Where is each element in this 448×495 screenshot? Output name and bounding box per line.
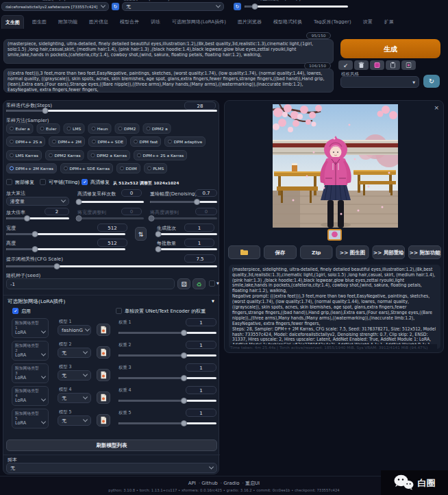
tab[interactable]: 模型合并 (116, 15, 142, 29)
checkpoint-dropdown[interactable]: dalceforealistictallyv2.safetensors [733… (1, 2, 109, 11)
swap-dimensions-button[interactable]: ⇅ (135, 227, 147, 241)
lora-weight-slider[interactable] (119, 377, 216, 379)
clear-prompt-button[interactable] (354, 60, 369, 70)
hires-fix-checkbox[interactable]: 高清修复 (82, 179, 110, 185)
tab[interactable]: 设置 (360, 15, 376, 29)
footer-link[interactable]: API (188, 480, 196, 486)
height-slider[interactable] (6, 248, 125, 250)
hires-steps-slider[interactable] (77, 201, 144, 203)
batch-count-value[interactable]: 1 (184, 224, 214, 232)
paste-params-button[interactable]: ↙ (338, 60, 353, 70)
lora-file-button[interactable] (97, 346, 110, 359)
lora-model-dropdown[interactable]: 无 (58, 415, 91, 426)
random-seed-button[interactable]: ⚄ (177, 278, 190, 289)
sampler-option[interactable]: Heun (88, 123, 111, 134)
generated-image[interactable] (273, 104, 398, 228)
lora-type-dropdown[interactable]: 附加网络类型 2 LoRA (12, 341, 49, 361)
lora-weight-slider[interactable] (119, 400, 216, 402)
lora-weight-value[interactable]: 1 (186, 409, 216, 417)
denoise-slider[interactable] (150, 201, 217, 203)
refresh-models-button[interactable]: 刷新模型列表 (6, 439, 217, 451)
sampler-option[interactable]: DPM2 (115, 123, 140, 134)
sampler-option[interactable]: DPM2 a (142, 123, 171, 134)
lora-model-dropdown[interactable]: 无 (58, 393, 91, 403)
tab[interactable]: 训练 (147, 15, 164, 29)
lora-weight-value[interactable]: 1 (186, 386, 216, 394)
lora-type-dropdown[interactable]: 附加网络类型 5 LoRA (12, 409, 49, 428)
lora-header[interactable]: 可选附加网络(LoRA插件) (8, 298, 66, 305)
sampler-option[interactable]: DDIM (116, 163, 140, 173)
gallery-action-button[interactable]: 保存 (264, 245, 297, 259)
footer-link[interactable]: 重启UI (242, 480, 260, 486)
sampler-option[interactable]: DPM2 a Karras (88, 150, 130, 160)
tiling-checkbox[interactable]: 可平铺(Tiling) (40, 179, 79, 185)
lora-weight-slider[interactable] (119, 332, 216, 334)
sampler-option[interactable]: DPM++ SDE Karras (60, 163, 113, 173)
gallery-action-button[interactable]: >> 附加功能 (408, 245, 441, 259)
tab[interactable]: 附加功能 (55, 15, 81, 29)
sampler-option[interactable]: DPM++ 2S a (6, 136, 45, 147)
lora-file-button[interactable] (97, 324, 110, 336)
open-folder-button[interactable] (228, 245, 260, 259)
extra-networks-button[interactable] (370, 60, 384, 70)
gallery-thumbnail[interactable] (327, 229, 342, 241)
width-slider[interactable] (6, 233, 125, 235)
negative-prompt-input[interactable]: (((extra feet))),3 feet,more than two fe… (3, 69, 334, 93)
lora-enable-checkbox[interactable]: 启用 (12, 308, 31, 314)
upscale-by-slider[interactable] (6, 217, 69, 219)
sampler-option[interactable]: DPM++ SDE (88, 136, 127, 147)
prompt-input[interactable]: (masterpiece, sidelighting, ultra-detail… (3, 39, 334, 64)
lora-separate-weights-checkbox[interactable]: 单独设置 UNet/Text Encoder 的权重 (116, 308, 206, 314)
tab[interactable]: 图片浏览器 (234, 15, 265, 29)
refresh-vae-button[interactable]: ↻ (234, 3, 241, 10)
lora-weight-slider[interactable] (119, 354, 216, 357)
sampler-option[interactable]: DPM fast (130, 136, 161, 147)
lora-weight-value[interactable]: 1 (186, 341, 216, 349)
gallery-action-button[interactable]: >> 图生图 (336, 245, 369, 259)
lora-model-dropdown[interactable]: 无 (58, 370, 91, 381)
lora-type-dropdown[interactable]: 附加网络类型 4 LoRA (12, 386, 49, 406)
seed-extra-checkbox[interactable] (209, 280, 215, 287)
lora-model-dropdown[interactable]: 无 (58, 348, 91, 358)
sampler-option[interactable]: DPM++ 2M Karras (6, 163, 57, 173)
cfg-value[interactable]: 7.5 (184, 254, 216, 263)
refresh-styles-button[interactable]: ↻ (423, 75, 440, 88)
gallery-action-button[interactable]: Zip (300, 245, 333, 259)
footer-link[interactable]: Github (199, 480, 218, 486)
lora-collapse-caret-icon[interactable]: ▼ (212, 299, 214, 303)
seed-input[interactable]: -1 (6, 278, 175, 289)
lora-weight-slider[interactable] (119, 422, 216, 424)
script-dropdown[interactable]: 无 (6, 463, 217, 473)
seed-extra-caret-icon[interactable]: ▼ (216, 281, 219, 285)
refresh-checkpoint-button[interactable]: ↻ (112, 3, 119, 10)
sampler-option[interactable]: Euler (37, 123, 60, 134)
tab[interactable]: 扩展 (381, 15, 397, 29)
upscale-by-value[interactable]: 2 (45, 208, 69, 215)
cfg-slider[interactable] (6, 265, 217, 267)
batch-count-slider[interactable] (157, 233, 217, 235)
lora-weight-value[interactable]: 1 (186, 363, 216, 372)
lora-weight-value[interactable]: 1 (186, 318, 216, 326)
style-dropdown[interactable]: ▼ (340, 76, 419, 88)
sampler-option[interactable]: DPM++ 2S a Karras (134, 150, 187, 160)
lora-model-dropdown[interactable]: fashionG (58, 325, 91, 335)
sampler-option[interactable]: DPM2 Karras (45, 150, 84, 160)
save-style-button[interactable] (401, 60, 416, 70)
clip-skip-slider[interactable] (245, 5, 348, 8)
generate-button[interactable]: 生成 (340, 39, 440, 58)
sampler-option[interactable]: Euler a (6, 123, 34, 134)
denoise-value[interactable]: 0.7 (195, 189, 217, 197)
lora-type-dropdown[interactable]: 附加网络类型 3 LoRA (12, 363, 49, 383)
tab[interactable]: 图片信息 (86, 15, 112, 29)
batch-size-value[interactable]: 1 (184, 239, 214, 247)
sampler-option[interactable]: DPM++ 2M (49, 136, 85, 147)
tab[interactable]: 可选附加网络(LoRA插件) (169, 15, 229, 29)
lora-file-button[interactable] (97, 414, 110, 426)
lora-file-button[interactable] (97, 369, 110, 381)
footer-link[interactable]: Gradio (221, 480, 240, 486)
sampler-option[interactable]: LMS (63, 123, 84, 134)
upscaler-dropdown[interactable]: 潜变量 (6, 197, 69, 206)
batch-size-slider[interactable] (157, 248, 217, 250)
gallery-action-button[interactable]: >> 局部重绘 (372, 245, 405, 259)
lora-type-dropdown[interactable]: 附加网络类型 1 LoRA (12, 318, 49, 338)
